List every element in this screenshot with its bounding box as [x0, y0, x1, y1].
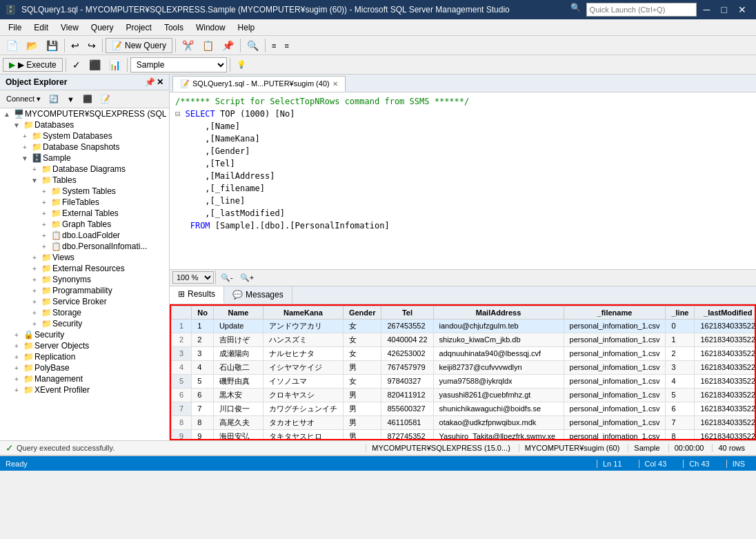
tree-item-management[interactable]: + 📁 Management	[0, 373, 169, 384]
tree-item-graph-tables[interactable]: + 📁 Graph Tables	[0, 219, 169, 230]
zoom-out-btn[interactable]: 🔍-	[217, 271, 237, 284]
outdent-btn[interactable]: ≡	[281, 39, 292, 52]
oe-connect-btn[interactable]: Connect ▾	[3, 92, 44, 106]
tree-item-synonyms[interactable]: + 📁 Synonyms	[0, 274, 169, 285]
table-row[interactable]: 99海田安弘タキタヤスヒロ男872745352Yasuhiro_Takita@l…	[172, 429, 757, 440]
tree-item-server-objects[interactable]: + 📁 Server Objects	[0, 340, 169, 351]
oe-new-query-btn[interactable]: 📝	[97, 92, 114, 106]
tree-item-db-snapshots[interactable]: + 📁 Database Snapshots	[0, 141, 169, 153]
tab-results[interactable]: ⊞ Results	[170, 286, 224, 304]
expand-programmability[interactable]: +	[29, 287, 40, 295]
tree-item-dbo-personalinfomation[interactable]: + 📋 dbo.PersonalInfomati...	[0, 241, 169, 252]
database-selector[interactable]: Sample	[130, 57, 227, 72]
cut-btn[interactable]: ✂️	[179, 38, 197, 53]
tree-item-system-tables[interactable]: + 📁 System Tables	[0, 186, 169, 197]
menu-file[interactable]: File	[3, 21, 27, 34]
expand-external-resources[interactable]: +	[29, 265, 40, 273]
redo-btn[interactable]: ↪	[84, 38, 99, 53]
menu-tools[interactable]: Tools	[159, 21, 189, 34]
col-header-namekana[interactable]: NameKana	[263, 306, 343, 319]
oe-refresh-btn[interactable]: 🔄	[46, 92, 62, 106]
col-header-lastmodified[interactable]: _lastModified	[695, 306, 756, 319]
table-row[interactable]: 33成瀬陽向ナルセヒナタ女426253002adqnuuhinata940@lb…	[172, 346, 757, 360]
menu-edit[interactable]: Edit	[28, 21, 54, 34]
table-row[interactable]: 11Updateアンドウアカリ女267453552iandou@chjufzgu…	[172, 319, 757, 333]
col-header-name[interactable]: Name	[213, 306, 263, 319]
open-file-btn[interactable]: 📂	[23, 38, 41, 53]
stop-btn[interactable]: ⬛	[86, 57, 104, 72]
parse-btn[interactable]: ✓	[69, 57, 84, 72]
intellisense-btn[interactable]: 💡	[233, 58, 250, 71]
menu-help[interactable]: Help	[232, 21, 261, 34]
tree-item-sample-db[interactable]: ▼ 🗄️ Sample	[0, 153, 169, 164]
tree-item-xevent-profiler[interactable]: + 📁 XEvent Profiler	[0, 384, 169, 395]
tree-item-replication[interactable]: + 📁 Replication	[0, 351, 169, 362]
expand-dbo-personal[interactable]: +	[39, 243, 50, 251]
pin-icon[interactable]: 📌	[145, 77, 155, 87]
table-row[interactable]: 55磯野由真イソノユマ女97840327yuma97588@iykrqldxpe…	[172, 374, 757, 388]
oe-stop-btn[interactable]: ⬛	[79, 92, 96, 106]
save-btn[interactable]: 💾	[43, 38, 61, 53]
expand-storage[interactable]: +	[29, 309, 40, 317]
expand-server-security[interactable]: +	[11, 331, 22, 339]
expand-sample-db[interactable]: ▼	[19, 155, 30, 162]
editor-tab-sqlquery1[interactable]: 📝 SQLQuery1.sql - M...PUTER¥sugim (40) ✕	[172, 76, 346, 92]
table-row[interactable]: 77川口俊一カワグチシュンイチ男855600327shunichikawaguc…	[172, 402, 757, 415]
copy-btn[interactable]: 📋	[199, 38, 217, 53]
expand-views[interactable]: +	[29, 254, 40, 262]
new-file-btn[interactable]: 📄	[3, 38, 21, 53]
col-header-filename[interactable]: _filename	[564, 306, 666, 319]
tree-item-external-tables[interactable]: + 📁 External Tables	[0, 208, 169, 219]
expand-dbo-loadfolder[interactable]: +	[39, 232, 50, 239]
sql-editor[interactable]: /****** Script for SelectTopNRows comman…	[170, 92, 756, 269]
expand-replication[interactable]: +	[11, 353, 22, 361]
table-row[interactable]: 22吉田けぞハンスズミ女4040004 22shizuko_kiwaCm_jkb…	[172, 333, 757, 346]
col-header-gender[interactable]: Gender	[343, 306, 381, 319]
expand-polybase[interactable]: +	[11, 364, 22, 372]
paste-btn[interactable]: 📌	[219, 38, 237, 53]
find-btn[interactable]: 🔍	[243, 38, 262, 53]
expand-db-diagrams[interactable]: +	[29, 166, 40, 173]
table-row[interactable]: 88高尾久夫タカオヒサオ男46110581otakao@udkzfpnwqibu…	[172, 415, 757, 429]
tree-item-dbo-loadfolder[interactable]: + 📋 dbo.LoadFolder	[0, 230, 169, 241]
new-query-button[interactable]: 📝 New Query	[106, 38, 172, 53]
expand-management[interactable]: +	[11, 375, 22, 383]
menu-project[interactable]: Project	[121, 21, 157, 34]
menu-view[interactable]: View	[55, 21, 84, 34]
tree-item-db-diagrams[interactable]: + 📁 Database Diagrams	[0, 164, 169, 175]
tree-item-filetables[interactable]: + 📁 FileTables	[0, 197, 169, 208]
table-row[interactable]: 44石山敬二イシヤマケイジ男767457979keiji82737@cufvvv…	[172, 360, 757, 374]
close-oe-icon[interactable]: ✕	[157, 77, 163, 87]
expand-tables[interactable]: ▼	[29, 177, 40, 184]
expand-server-objects[interactable]: +	[11, 342, 22, 350]
expand-synonyms[interactable]: +	[29, 276, 40, 284]
menu-query[interactable]: Query	[86, 21, 119, 34]
expand-xevent-profiler[interactable]: +	[11, 386, 22, 394]
expand-graph-tables[interactable]: +	[39, 221, 50, 228]
expand-filetables[interactable]: +	[39, 199, 50, 206]
results-to-btn[interactable]: 📊	[106, 57, 124, 72]
indent-btn[interactable]: ≡	[268, 39, 279, 52]
tree-item-service-broker[interactable]: + 📁 Service Broker	[0, 296, 169, 307]
tree-item-tables[interactable]: ▼ 📁 Tables	[0, 175, 169, 186]
tree-item-db-security[interactable]: + 📁 Security	[0, 318, 169, 329]
minimize-button[interactable]: ─	[699, 3, 715, 17]
col-header-tel[interactable]: Tel	[381, 306, 433, 319]
tree-item-storage[interactable]: + 📁 Storage	[0, 307, 169, 318]
expand-server[interactable]: ▲	[1, 110, 12, 118]
execute-button[interactable]: ▶ ▶ Execute	[3, 58, 63, 72]
tab-messages[interactable]: 💬 Messages	[224, 286, 292, 304]
tree-item-external-resources[interactable]: + 📁 External Resources	[0, 263, 169, 274]
expand-db-security[interactable]: +	[29, 320, 40, 328]
undo-btn[interactable]: ↩	[68, 38, 83, 53]
tree-item-system-db[interactable]: + 📁 System Databases	[0, 130, 169, 141]
expand-external-tables[interactable]: +	[39, 210, 50, 217]
col-header-no[interactable]: No	[192, 306, 214, 319]
table-row[interactable]: 66黒木安クロキヤスシ男820411912yasushi8261@cuebfmh…	[172, 388, 757, 402]
zoom-in-btn[interactable]: 🔍+	[237, 271, 257, 284]
maximize-button[interactable]: □	[717, 3, 731, 17]
tree-item-server[interactable]: ▲ 🖥️ MYCOMPUTER¥SQLEXPRESS (SQL S...	[0, 108, 169, 119]
zoom-select[interactable]: 100 %	[172, 271, 214, 284]
tree-item-polybase[interactable]: + 📁 PolyBase	[0, 362, 169, 373]
quick-launch-input[interactable]	[586, 3, 697, 17]
